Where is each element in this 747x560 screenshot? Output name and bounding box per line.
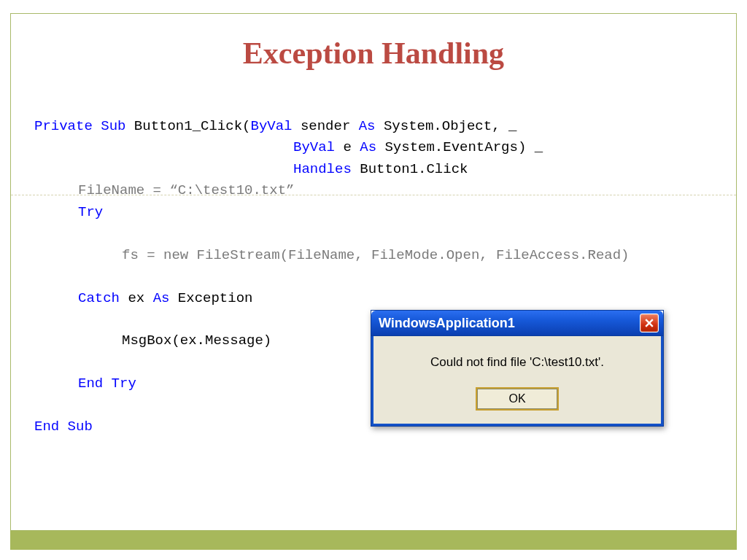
dialog-message: Could not find file 'C:\test10.txt'. (387, 355, 648, 370)
slide-title: Exception Handling (11, 36, 736, 71)
close-button[interactable] (640, 314, 659, 332)
slide-frame: Exception Handling Private Sub Button1_C… (10, 13, 737, 531)
close-icon (645, 319, 654, 327)
code-line-7: Catch ex As Exception (34, 288, 713, 309)
code-blank-1 (34, 223, 713, 244)
message-box-dialog: WindowsApplication1 Could not find file … (371, 310, 664, 427)
dialog-titlebar[interactable]: WindowsApplication1 (371, 311, 663, 336)
code-line-5: Try (34, 202, 713, 223)
dialog-body: Could not find file 'C:\test10.txt'. OK (371, 336, 663, 426)
code-line-2: ByVal e As System.EventArgs) _ (34, 137, 713, 158)
code-line-3: Handles Button1.Click (34, 159, 713, 180)
code-blank-2 (34, 266, 713, 287)
code-line-4: FileName = “C:\test10.txt” (34, 180, 713, 201)
ok-button[interactable]: OK (477, 389, 557, 409)
dialog-title: WindowsApplication1 (379, 316, 515, 331)
footer-bar (10, 531, 737, 550)
code-line-6: fs = new FileStream(FileName, FileMode.O… (34, 245, 713, 266)
code-line-1: Private Sub Button1_Click(ByVal sender A… (34, 116, 713, 137)
